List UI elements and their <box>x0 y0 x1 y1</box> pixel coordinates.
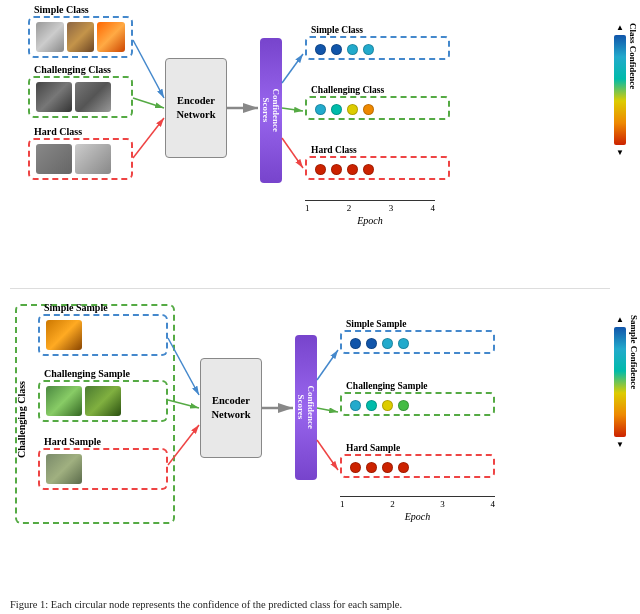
divider-line <box>10 288 610 289</box>
svg-line-27 <box>317 440 338 470</box>
caption: Figure 1: Each circular node represents … <box>10 599 610 610</box>
colorbar-label-bottom: Sample Confidence <box>629 315 639 445</box>
arrows-bottom <box>10 300 630 570</box>
arrows-top <box>10 8 630 278</box>
svg-line-21 <box>168 338 199 395</box>
svg-line-9 <box>133 118 164 158</box>
svg-line-12 <box>282 108 303 111</box>
svg-line-13 <box>282 138 303 168</box>
svg-line-23 <box>168 425 199 465</box>
svg-line-26 <box>317 408 338 412</box>
svg-line-11 <box>282 54 303 83</box>
top-diagram: Simple Class Challenging Class Hard Clas… <box>10 8 630 278</box>
bottom-diagram: Challenging Class Simple Sample Challeng… <box>10 300 630 570</box>
svg-line-22 <box>168 400 199 408</box>
svg-line-7 <box>133 40 164 98</box>
svg-line-25 <box>317 350 338 380</box>
main-container: Simple Class Challenging Class Hard Clas… <box>0 0 640 614</box>
caption-text: Figure 1: Each circular node represents … <box>10 599 402 610</box>
svg-line-8 <box>133 98 164 108</box>
